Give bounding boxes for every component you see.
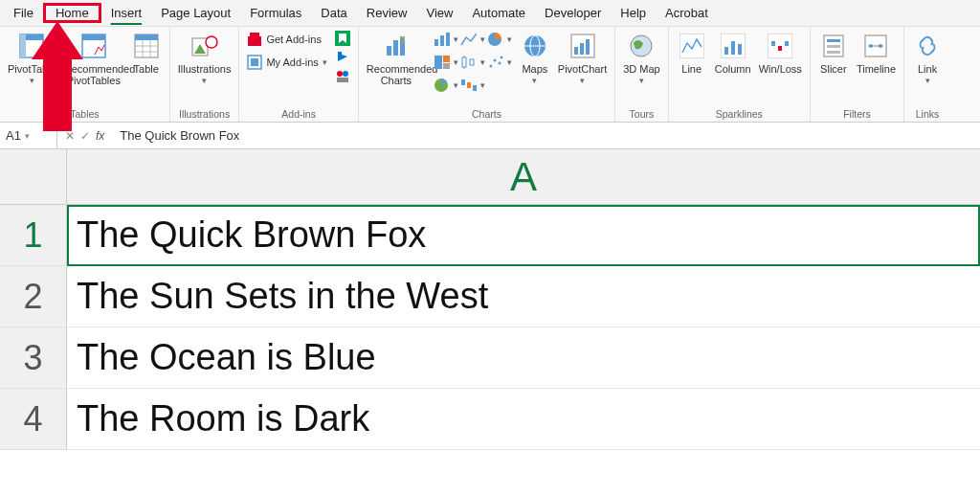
tab-file[interactable]: File: [10, 3, 43, 23]
tab-home[interactable]: Home: [43, 3, 101, 23]
cell-a2[interactable]: The Sun Sets in the West: [67, 266, 980, 327]
menu-bar: File Home Insert Page Layout Formulas Da…: [0, 0, 980, 27]
sparkline-column-button[interactable]: Column: [715, 31, 751, 75]
enter-icon[interactable]: ✓: [80, 129, 90, 143]
fx-icon[interactable]: fx: [96, 129, 104, 143]
svg-rect-42: [461, 79, 465, 85]
timeline-button[interactable]: Timeline: [857, 31, 896, 75]
svg-point-40: [500, 56, 502, 59]
link-button[interactable]: Link ▾: [912, 31, 943, 85]
tab-developer[interactable]: Developer: [535, 3, 611, 23]
sparkline-column-icon: [718, 31, 748, 61]
sparkline-winloss-icon: [765, 31, 795, 61]
svg-rect-60: [778, 46, 782, 51]
scatter-chart-icon[interactable]: [487, 54, 512, 71]
slicer-button[interactable]: Slicer: [818, 31, 849, 75]
tab-formulas[interactable]: Formulas: [240, 3, 311, 23]
svg-rect-36: [470, 59, 474, 65]
combo-chart-icon[interactable]: [434, 77, 458, 94]
group-label-links: Links: [916, 106, 940, 120]
svg-rect-43: [467, 82, 471, 88]
row-header-2[interactable]: 2: [0, 266, 67, 327]
line-chart-icon[interactable]: [460, 31, 485, 48]
svg-text:?: ?: [400, 35, 406, 46]
group-label-tables: Tables: [70, 106, 99, 120]
svg-rect-49: [574, 47, 578, 55]
maps-button[interactable]: Maps ▾: [520, 31, 550, 85]
svg-rect-63: [827, 39, 840, 42]
timeline-icon: [860, 31, 891, 61]
tab-page-layout[interactable]: Page Layout: [151, 3, 240, 23]
recommended-pivottables-button[interactable]: Recommended PivotTables: [64, 31, 123, 86]
cancel-icon[interactable]: ✕: [65, 129, 75, 143]
row-header-4[interactable]: 4: [0, 389, 67, 450]
link-icon: [912, 31, 943, 61]
svg-point-68: [869, 44, 873, 48]
sparkline-line-button[interactable]: Line: [677, 31, 707, 75]
pivotchart-icon: [568, 31, 598, 61]
row-header-1[interactable]: 1: [0, 205, 67, 266]
svg-point-19: [337, 71, 343, 77]
illustrations-button[interactable]: Illustrations ▾: [178, 31, 232, 85]
svg-rect-14: [248, 36, 261, 46]
stat-chart-icon[interactable]: [460, 54, 485, 71]
3d-map-button[interactable]: 3D Map ▾: [623, 31, 660, 85]
column-header-a[interactable]: A: [67, 149, 980, 205]
name-box[interactable]: A1: [0, 123, 57, 148]
svg-rect-50: [580, 43, 584, 55]
tab-acrobat[interactable]: Acrobat: [656, 3, 718, 23]
svg-rect-2: [20, 34, 26, 57]
svg-rect-59: [771, 41, 775, 46]
treemap-chart-icon[interactable]: [434, 54, 458, 71]
group-label-tours: Tours: [630, 106, 655, 120]
svg-rect-21: [337, 78, 348, 82]
waterfall-chart-icon[interactable]: [460, 77, 485, 94]
group-sparklines: Line Column Win/Loss Sparklines: [669, 27, 811, 122]
group-tables: PivotTable ▾ Recommended PivotTables Tab…: [0, 27, 170, 122]
pivottable-button[interactable]: PivotTable ▾: [8, 31, 56, 85]
tab-insert[interactable]: Insert: [101, 3, 152, 23]
group-label-addins: Add-ins: [281, 106, 316, 120]
svg-point-69: [879, 44, 882, 48]
row-header-3[interactable]: 3: [0, 327, 67, 389]
tab-help[interactable]: Help: [611, 3, 656, 23]
cell-a3[interactable]: The Ocean is Blue: [67, 327, 980, 389]
tab-review[interactable]: Review: [357, 3, 417, 23]
group-tours: 3D Map ▾ Tours: [615, 27, 669, 122]
svg-rect-23: [393, 40, 398, 56]
group-charts: ? Recommended Charts Maps ▾: [359, 27, 615, 122]
group-label-filters: Filters: [843, 106, 871, 120]
my-addins-button[interactable]: My Add-ins: [247, 54, 326, 71]
cell-a4[interactable]: The Room is Dark: [67, 389, 980, 450]
table-button[interactable]: Table: [131, 31, 162, 75]
people-graph-icon[interactable]: [335, 69, 350, 84]
pivottable-icon: [16, 31, 47, 61]
store-icon: [247, 32, 262, 47]
select-all-corner[interactable]: [0, 149, 67, 205]
bing-maps-icon[interactable]: [335, 31, 350, 46]
svg-rect-17: [251, 58, 258, 66]
svg-point-20: [343, 71, 348, 77]
svg-point-13: [206, 36, 217, 48]
tab-automate[interactable]: Automate: [462, 3, 535, 23]
cell-a1[interactable]: The Quick Brown Fox: [67, 205, 980, 266]
group-filters: Slicer Timeline Filters: [811, 27, 904, 122]
pie-chart-icon[interactable]: [487, 31, 512, 48]
recommended-pivottables-icon: [78, 31, 109, 61]
recommended-charts-button[interactable]: ? Recommended Charts: [367, 31, 426, 86]
formula-input[interactable]: The Quick Brown Fox: [112, 128, 980, 143]
svg-rect-27: [440, 35, 444, 46]
svg-rect-32: [443, 63, 450, 69]
get-addins-button[interactable]: Get Add-ins: [247, 31, 326, 48]
bing-icon[interactable]: [335, 50, 350, 65]
pivotchart-button[interactable]: PivotChart ▾: [558, 31, 607, 85]
slicer-icon: [818, 31, 849, 61]
svg-rect-57: [738, 44, 742, 55]
tab-data[interactable]: Data: [311, 3, 356, 23]
sparkline-winloss-button[interactable]: Win/Loss: [759, 31, 802, 75]
tab-view[interactable]: View: [416, 3, 462, 23]
svg-rect-15: [250, 33, 259, 37]
column-chart-icon[interactable]: [434, 31, 458, 48]
globe-icon: [626, 31, 657, 61]
svg-rect-26: [434, 39, 438, 46]
